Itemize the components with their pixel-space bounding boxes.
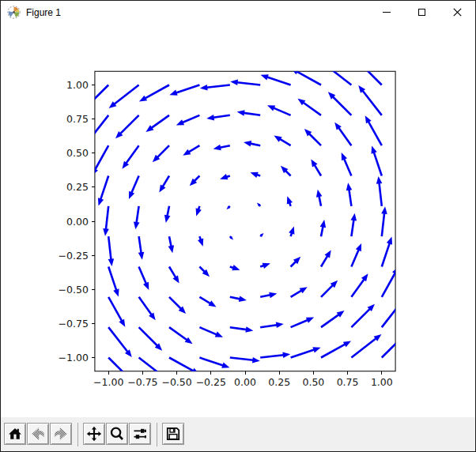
minimize-icon xyxy=(383,12,391,13)
axes-frame xyxy=(95,71,395,371)
arrow-head xyxy=(85,137,93,145)
zoom-button[interactable] xyxy=(106,423,128,445)
figure-canvas[interactable]: −1.00−0.75−0.50−0.250.000.250.500.751.00… xyxy=(1,24,475,417)
y-tick-label: −0.75 xyxy=(59,318,89,330)
magnifier-icon xyxy=(109,426,125,442)
y-tick-label: −1.00 xyxy=(59,352,89,363)
x-tick-label: −0.75 xyxy=(127,376,157,388)
pan-button[interactable] xyxy=(83,423,105,445)
arrow-head xyxy=(404,328,411,335)
toolbar-separator xyxy=(157,423,157,446)
navigation-toolbar xyxy=(1,417,475,451)
x-tick-label: 0.00 xyxy=(234,376,256,388)
close-button[interactable] xyxy=(440,1,475,24)
maximize-icon xyxy=(418,9,425,16)
back-arrow-icon xyxy=(30,426,46,442)
y-tick-label: 0.25 xyxy=(66,181,89,193)
window-title: Figure 1 xyxy=(26,7,368,18)
pan-icon xyxy=(86,426,102,442)
save-floppy-icon xyxy=(165,426,181,442)
x-tick-label: −1.00 xyxy=(93,376,123,388)
figure-window: Figure 1 −1.00−0.75−0.50−0.250.000.250.5… xyxy=(0,0,476,452)
arrow-head xyxy=(321,62,329,69)
quiver-plot: −1.00−0.75−0.50−0.250.000.250.500.751.00… xyxy=(1,24,475,417)
matplotlib-logo-icon xyxy=(7,6,21,19)
x-tick-label: 0.25 xyxy=(268,376,290,388)
maximize-button[interactable] xyxy=(404,1,440,24)
y-tick-label: 0.50 xyxy=(66,147,89,159)
arrow-head xyxy=(352,55,359,62)
home-button[interactable] xyxy=(4,423,26,445)
y-tick-label: 0.00 xyxy=(66,216,89,228)
x-tick-label: 0.75 xyxy=(337,376,359,388)
y-tick-label: −0.25 xyxy=(59,250,89,262)
configure-subplots-button[interactable] xyxy=(129,423,151,445)
y-tick-label: 1.00 xyxy=(66,79,89,91)
back-button[interactable] xyxy=(27,423,49,445)
forward-arrow-icon xyxy=(53,426,69,442)
close-icon xyxy=(453,8,462,17)
title-bar[interactable]: Figure 1 xyxy=(1,1,475,24)
arrow-head xyxy=(399,297,406,305)
forward-button[interactable] xyxy=(50,423,72,445)
minimize-button[interactable] xyxy=(368,1,404,24)
x-tick-label: 1.00 xyxy=(371,376,393,388)
y-tick-label: 0.75 xyxy=(66,113,89,125)
x-tick-label: 0.50 xyxy=(302,376,324,388)
x-tick-label: −0.50 xyxy=(161,376,191,388)
x-tick-label: −0.25 xyxy=(196,376,226,388)
home-icon xyxy=(7,426,23,442)
sliders-icon xyxy=(132,426,148,442)
toolbar-separator xyxy=(77,423,78,446)
y-tick-label: −0.50 xyxy=(59,284,89,296)
save-button[interactable] xyxy=(162,423,184,445)
